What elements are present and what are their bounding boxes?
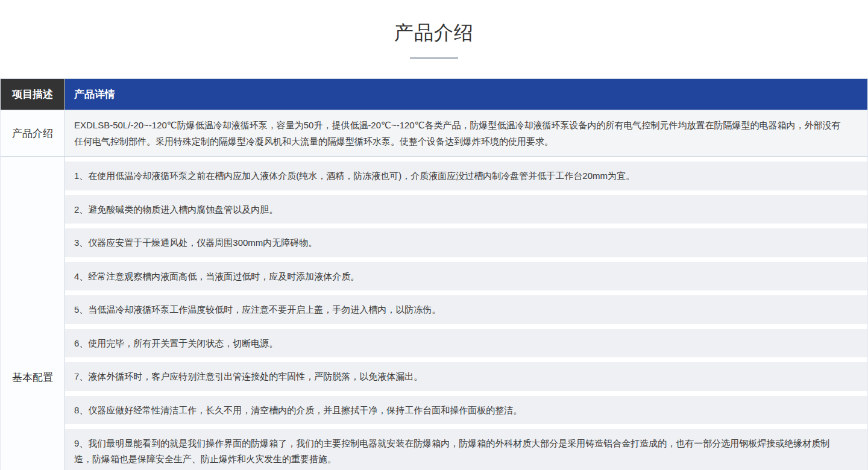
config-list-item-7: 7、液体外循环时，客户应特别注意引出管连接处的牢固性，严防脱落，以免液体漏出。: [65, 362, 867, 391]
table-row-product-intro: 产品介绍 EXDLSB-50L/-20~-120℃防爆低温冷却液循环泵，容量为5…: [1, 110, 867, 157]
basic-config-list: 1、在使用低温冷却液循环泵之前在槽内应加入液体介质(纯水，酒精，防冻液也可)，介…: [65, 157, 867, 470]
row-label-basic-config: 基本配置: [1, 157, 65, 470]
table-row-basic-config: 基本配置 1、在使用低温冷却液循环泵之前在槽内应加入液体介质(纯水，酒精，防冻液…: [1, 157, 867, 470]
table-header-row: 项目描述 产品详情: [1, 79, 867, 110]
product-table: 项目描述 产品详情 产品介绍 EXDLSB-50L/-20~-120℃防爆低温冷…: [0, 78, 868, 470]
product-intro-text: EXDLSB-50L/-20~-120℃防爆低温冷却液循环泵，容量为50升，提供…: [65, 110, 867, 156]
config-list-item-2: 2、避免酸碱类的物质进入槽内腐蚀盘管以及内胆。: [65, 195, 867, 224]
config-list-item-8: 8、仪器应做好经常性清洁工作，长久不用，清空槽内的介质，并且擦拭干净，保持工作台…: [65, 396, 867, 425]
config-list-item-6: 6、使用完毕，所有开关置于关闭状态，切断电源。: [65, 329, 867, 358]
config-list-item-4: 4、经常注意观察槽内液面高低，当液面过低时，应及时添加液体介质。: [65, 262, 867, 291]
row-label-product-intro: 产品介绍: [1, 110, 65, 156]
config-list-item-3: 3、仪器应安置于干燥通风处，仪器周围300mm内无障碍物。: [65, 228, 867, 257]
config-list-item-5: 5、当低温冷却液循环泵工作温度较低时，应注意不要开启上盖，手勿进入槽内，以防冻伤…: [65, 295, 867, 324]
page-title: 产品介绍: [0, 20, 868, 46]
title-divider: [410, 57, 458, 59]
config-list-item-9: 9、我们最明显能看到的就是我们操作界面的防爆箱了，我们的主要控制电器就安装在防爆…: [65, 429, 867, 470]
config-list-item-1: 1、在使用低温冷却液循环泵之前在槽内应加入液体介质(纯水，酒精，防冻液也可)，介…: [65, 161, 867, 190]
header-col-project-description: 项目描述: [1, 79, 65, 110]
header-col-product-detail: 产品详情: [65, 79, 867, 110]
